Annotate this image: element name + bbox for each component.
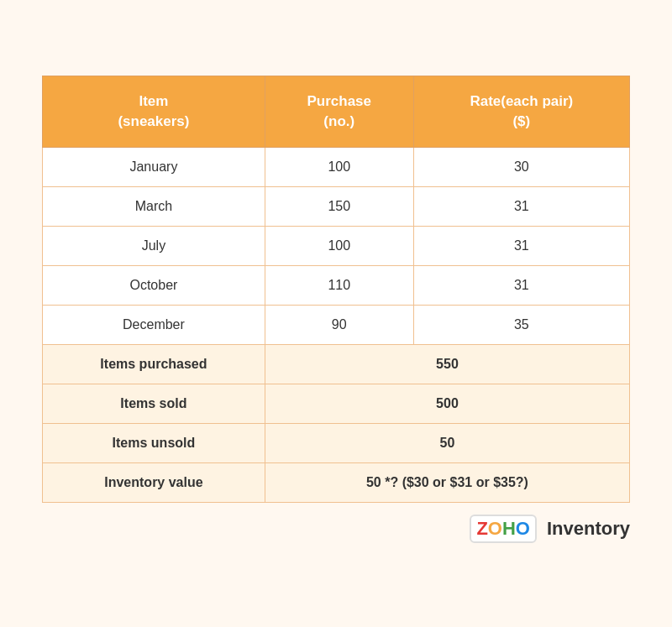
cell-rate: 31 [413, 226, 629, 265]
cell-item: July [43, 226, 265, 265]
cell-purchase: 100 [265, 147, 413, 186]
col-item-header: Item(sneakers) [43, 76, 265, 148]
inventory-table: Item(sneakers) Purchase(no.) Rate(each p… [42, 76, 630, 503]
summary-value: 50 *? ($30 or $31 or $35?) [265, 462, 629, 502]
cell-item: March [43, 186, 265, 226]
cell-rate: 30 [413, 147, 629, 186]
table-row: December 90 35 [43, 305, 630, 344]
cell-rate: 31 [413, 265, 629, 305]
table-row: March 150 31 [43, 186, 630, 226]
zoho-o2-letter: O [516, 518, 530, 540]
summary-label: Items sold [43, 384, 265, 423]
product-name: Inventory [547, 518, 630, 540]
summary-row-unsold: Items unsold 50 [43, 423, 630, 462]
summary-row-inventory: Inventory value 50 *? ($30 or $31 or $35… [43, 462, 630, 502]
summary-value: 550 [265, 344, 629, 384]
summary-value: 50 [265, 423, 629, 462]
cell-purchase: 110 [265, 265, 413, 305]
summary-label: Items purchased [43, 344, 265, 384]
cell-item: January [43, 147, 265, 186]
zoho-z-letter: Z [476, 518, 487, 540]
cell-item: October [43, 265, 265, 305]
col-rate-header: Rate(each pair)($) [413, 76, 629, 148]
cell-purchase: 90 [265, 305, 413, 344]
zoho-o1-letter: O [488, 518, 502, 540]
zoho-h-letter: H [502, 518, 516, 540]
zoho-logo-box: Z O H O [470, 515, 537, 543]
main-container: Item(sneakers) Purchase(no.) Rate(each p… [25, 59, 647, 568]
table-row: July 100 31 [43, 226, 630, 265]
summary-label: Items unsold [43, 423, 265, 462]
table-row: January 100 30 [43, 147, 630, 186]
summary-row-sold: Items sold 500 [43, 384, 630, 423]
logo-area: Z O H O Inventory [42, 515, 630, 543]
table-header-row: Item(sneakers) Purchase(no.) Rate(each p… [43, 76, 630, 148]
col-purchase-header: Purchase(no.) [265, 76, 413, 148]
summary-row-purchased: Items purchased 550 [43, 344, 630, 384]
cell-purchase: 100 [265, 226, 413, 265]
summary-label: Inventory value [43, 462, 265, 502]
cell-rate: 31 [413, 186, 629, 226]
summary-value: 500 [265, 384, 629, 423]
table-row: October 110 31 [43, 265, 630, 305]
cell-rate: 35 [413, 305, 629, 344]
cell-purchase: 150 [265, 186, 413, 226]
cell-item: December [43, 305, 265, 344]
